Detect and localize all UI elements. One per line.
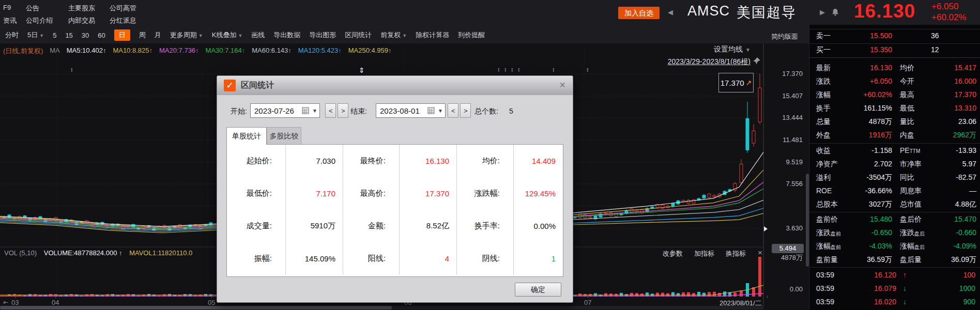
- book-qty: 12: [931, 45, 939, 54]
- end-date-input[interactable]: 2023-08-01 ▼: [376, 103, 446, 118]
- end-date-next-button[interactable]: >: [460, 103, 471, 118]
- toolbar-item-除权计算器[interactable]: 除权计算器: [416, 30, 449, 40]
- quote-label: 收益: [816, 146, 831, 156]
- event-marker-icon[interactable]: ↕: [511, 66, 514, 72]
- quote-value: -82.57: [956, 173, 976, 181]
- toolbar-item-5[interactable]: 5: [53, 32, 56, 39]
- stat-value: 145.09%: [286, 242, 343, 275]
- end-date-prev-button[interactable]: <: [448, 103, 458, 118]
- scrollbar-thumb[interactable]: [0, 306, 392, 309]
- toolbar-item-周[interactable]: 周: [139, 30, 146, 40]
- toolbar-item-月[interactable]: 月: [155, 30, 161, 40]
- chevron-down-icon: ▼: [402, 33, 407, 38]
- dialog-titlebar[interactable]: ✓ 区间统计 ×: [217, 76, 573, 95]
- add-watchlist-button[interactable]: 加入自选: [618, 7, 660, 19]
- event-marker-icon[interactable]: ↕: [586, 66, 589, 72]
- nav-item-row2[interactable]: 公司介绍: [26, 16, 53, 25]
- simple-layout-button[interactable]: 简约版面: [771, 32, 798, 41]
- tape-direction-icon: ↓: [903, 284, 907, 292]
- app-window: F9公告主要股东公司高管资讯公司介绍内部交易分红派息 加入自选 ◀ AMSC 美…: [0, 0, 980, 310]
- toolbar-item-5日[interactable]: 5日▼: [27, 30, 44, 40]
- axis-tick: [767, 296, 768, 298]
- date-range-link[interactable]: 2023/3/29-2023/8/1(86根): [620, 57, 751, 67]
- stock-name: 美国超导: [737, 3, 797, 22]
- nav-item-row2[interactable]: 资讯: [3, 16, 17, 25]
- toolbar-item-30[interactable]: 30: [82, 32, 89, 39]
- quote-label: 最新: [816, 64, 831, 73]
- quote-value: 23.06: [958, 117, 976, 126]
- chart-scrollbar[interactable]: [0, 306, 763, 309]
- tab-单股统计[interactable]: 单股统计: [226, 127, 267, 145]
- high-price-tag: 17.370↗: [718, 73, 754, 92]
- count-value: 5: [509, 107, 513, 115]
- start-date-prev-button[interactable]: <: [325, 103, 336, 118]
- nav-item-row1[interactable]: 主要股东: [68, 4, 95, 13]
- tab-多股比较[interactable]: 多股比较: [267, 127, 301, 145]
- quote-row: 总股本 3027万 总市值 4.88亿: [809, 198, 980, 211]
- toolbar-item-导出数据[interactable]: 导出数据: [273, 30, 300, 40]
- event-marker-icon[interactable]: ↕: [497, 66, 500, 72]
- nav-item-row2[interactable]: 分红派息: [110, 16, 136, 25]
- indicator-action-换指标[interactable]: 换指标: [726, 249, 746, 258]
- arrow-up-right-icon: ↗: [746, 79, 752, 87]
- event-marker-icon[interactable]: ↕: [517, 66, 520, 72]
- ok-button[interactable]: 确定: [515, 283, 561, 297]
- count-label: 总个数:: [474, 107, 498, 116]
- next-stock-icon[interactable]: ▶: [820, 8, 825, 16]
- indicator-action-改参数[interactable]: 改参数: [663, 249, 683, 258]
- vol-value: VOLUME:48778824.000 ↑: [44, 249, 122, 257]
- stock-code: AMSC: [687, 3, 730, 19]
- alert-bell-icon[interactable]: [831, 8, 839, 17]
- tape-row: 03:59 16.079 ↓ 1000: [809, 282, 980, 296]
- dialog-close-icon[interactable]: ×: [559, 79, 565, 91]
- close-indicator-icon[interactable]: ×: [758, 248, 762, 257]
- quote-value: -13.93: [956, 146, 976, 154]
- quote-label: 同比: [900, 173, 914, 182]
- nav-item-row1[interactable]: F9: [3, 4, 11, 11]
- start-date-next-button[interactable]: >: [338, 103, 348, 118]
- stat-label: 阳线:: [343, 242, 400, 275]
- nav-item-row2[interactable]: 内部交易: [68, 16, 95, 25]
- prev-stock-icon[interactable]: ◀: [668, 8, 673, 16]
- pin-icon[interactable]: [753, 57, 761, 65]
- nav-item-row1[interactable]: 公司高管: [110, 4, 136, 13]
- scroll-to-start-icon[interactable]: ⇤: [3, 299, 8, 306]
- axis-tick: [55, 296, 56, 298]
- quote-value: 36.59万: [867, 255, 892, 265]
- toolbar-item-日[interactable]: 日: [114, 29, 130, 41]
- toolbar-item-到价提醒[interactable]: 到价提醒: [458, 30, 485, 40]
- start-date-input[interactable]: 2023-07-26 ▼: [250, 103, 320, 118]
- stat-value: 5910万: [286, 210, 343, 242]
- toolbar-item-前复权[interactable]: 前复权▼: [380, 30, 407, 40]
- chevron-down-icon: ▼: [745, 47, 751, 53]
- event-marker-icon[interactable]: ↕: [504, 66, 507, 72]
- toolbar-item-分时[interactable]: 分时: [5, 30, 19, 40]
- nav-item-row1[interactable]: 公告: [26, 4, 39, 13]
- stat-value: 14.409: [514, 145, 563, 177]
- event-marker-icon[interactable]: ↕: [552, 66, 555, 72]
- toolbar-item-区间统计[interactable]: 区间统计: [345, 30, 372, 40]
- quote-row: 换手 161.15% 最低 13.310: [809, 102, 980, 115]
- quote-label: ROE: [816, 187, 832, 195]
- toolbar-item-K线叠加[interactable]: K线叠加▼: [212, 30, 243, 40]
- quote-value: 5.97: [962, 160, 976, 168]
- toolbar-item-导出图形[interactable]: 导出图形: [309, 30, 336, 40]
- quote-value: 36.09万: [951, 255, 976, 265]
- chevron-down-icon[interactable]: ▼: [312, 108, 317, 114]
- quote-label: 盘前价: [816, 215, 838, 224]
- quote-value: +6.050: [870, 77, 892, 85]
- toolbar-item-15[interactable]: 15: [65, 32, 72, 39]
- toolbar-item-画线[interactable]: 画线: [251, 30, 265, 40]
- calendar-icon[interactable]: [302, 107, 309, 116]
- quote-label: 最低: [900, 104, 914, 113]
- price-axis-label: 11.481: [767, 136, 803, 144]
- ma-settings-link[interactable]: 设置均线▼: [682, 45, 751, 54]
- indicator-action-加指标[interactable]: 加指标: [694, 249, 714, 258]
- toolbar-item-更多周期[interactable]: 更多周期▼: [170, 30, 203, 40]
- calendar-icon[interactable]: [427, 107, 435, 116]
- chevron-down-icon[interactable]: ▼: [438, 108, 443, 114]
- event-marker-icon[interactable]: ↕: [70, 66, 73, 72]
- chevron-down-icon: ▼: [198, 33, 203, 38]
- tape-direction-icon: ↓: [903, 298, 907, 306]
- toolbar-item-60[interactable]: 60: [98, 32, 105, 39]
